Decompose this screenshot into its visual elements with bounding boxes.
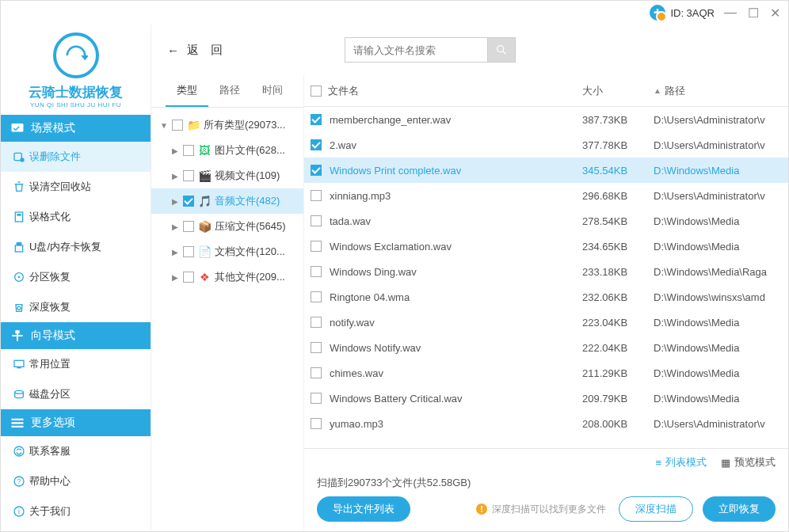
file-checkbox[interactable]	[311, 393, 322, 404]
deep-scan-button[interactable]: 深度扫描	[619, 496, 693, 522]
arrow-left-icon: ←	[167, 44, 179, 57]
tree-checkbox[interactable]	[183, 221, 194, 232]
sidebar-item-label: 误清空回收站	[29, 180, 91, 194]
sidebar-item[interactable]: U盘/内存卡恢复	[1, 232, 151, 262]
expand-icon[interactable]: ▶	[170, 248, 180, 256]
expand-icon[interactable]: ▶	[170, 273, 180, 282]
expand-icon[interactable]: ▶	[170, 172, 180, 180]
sidebar-item-icon	[12, 444, 26, 458]
minimize-button[interactable]: —	[724, 6, 737, 21]
col-path[interactable]: 路径	[665, 84, 685, 98]
expand-icon[interactable]: ▶	[170, 146, 180, 155]
sidebar-item[interactable]: i关于我们	[1, 496, 151, 526]
file-path: D:\Windows\Media	[654, 241, 788, 253]
file-row[interactable]: xinniang.mp3296.68KBD:\Users\Administrat…	[304, 183, 788, 208]
file-row[interactable]: 2.wav377.78KBD:\Users\Administrator\v	[304, 132, 788, 158]
recover-button[interactable]: 立即恢复	[703, 496, 776, 522]
tree-checkbox[interactable]	[172, 120, 183, 131]
sidebar-item[interactable]: 磁盘分区	[1, 379, 151, 409]
sidebar-item-label: 关于我们	[29, 504, 71, 519]
file-row[interactable]: notify.wav223.04KBD:\Windows\Media	[304, 310, 788, 335]
sidebar-item[interactable]: 误清空回收站	[1, 172, 151, 202]
tree-checkbox[interactable]	[183, 196, 194, 207]
scan-summary: 扫描到290733个文件(共52.58GB)	[317, 476, 776, 490]
file-row[interactable]: yumao.mp3208.00KBD:\Users\Administrator\…	[304, 411, 788, 436]
file-checkbox[interactable]	[311, 190, 322, 201]
svg-point-23	[497, 46, 504, 52]
tree-checkbox[interactable]	[183, 145, 194, 156]
file-path: D:\Users\Administrator\v	[654, 418, 788, 430]
file-row[interactable]: chimes.wav211.29KBD:\Windows\Media	[304, 360, 788, 386]
file-row[interactable]: tada.wav278.54KBD:\Windows\Media	[304, 208, 788, 234]
file-checkbox[interactable]	[311, 139, 322, 150]
svg-point-13	[15, 390, 24, 393]
sidebar-item[interactable]: 分区恢复	[1, 262, 151, 292]
maximize-button[interactable]: ☐	[748, 6, 759, 21]
file-checkbox[interactable]	[311, 317, 322, 328]
tree-label: 视频文件(109)	[215, 169, 280, 183]
expand-icon[interactable]: ▶	[170, 197, 180, 206]
tree-tab[interactable]: 类型	[166, 75, 208, 107]
tree-checkbox[interactable]	[183, 170, 194, 181]
sidebar-item[interactable]: 深度恢复	[1, 292, 151, 322]
expand-icon[interactable]: ▶	[170, 222, 180, 231]
file-path: D:\Windows\Media	[654, 215, 788, 227]
col-filename[interactable]: 文件名	[328, 84, 359, 98]
svg-line-24	[503, 51, 505, 54]
logo-title: 云骑士数据恢复	[1, 83, 151, 101]
search-button[interactable]	[487, 37, 516, 63]
close-button[interactable]: ✕	[770, 6, 780, 21]
select-all-checkbox[interactable]	[311, 86, 322, 97]
tree-label: 所有类型(29073...	[204, 118, 285, 132]
sidebar-item[interactable]: ?帮助中心	[1, 466, 151, 496]
file-row[interactable]: Windows Ding.wav233.18KBD:\Windows\Media…	[304, 259, 788, 284]
tree-tab[interactable]: 路径	[208, 75, 251, 107]
expand-icon[interactable]: ▼	[159, 121, 169, 130]
file-row[interactable]: memberchange_enter.wav387.73KBD:\Users\A…	[304, 107, 788, 132]
file-row[interactable]: Windows Notify.wav222.04KBD:\Windows\Med…	[304, 335, 788, 360]
file-row[interactable]: Windows Battery Critical.wav209.79KBD:\W…	[304, 386, 788, 411]
tree-row[interactable]: ▶❖其他文件(209...	[151, 264, 303, 290]
file-checkbox[interactable]	[311, 291, 322, 302]
tree-row[interactable]: ▼📁所有类型(29073...	[151, 112, 303, 138]
tree-row[interactable]: ▶🎵音频文件(482)	[151, 188, 303, 214]
export-list-button[interactable]: 导出文件列表	[317, 496, 410, 522]
tree-checkbox[interactable]	[183, 272, 194, 283]
filetype-icon: 🎬	[197, 169, 212, 183]
file-name: Windows Ding.wav	[330, 266, 417, 278]
file-checkbox[interactable]	[311, 418, 322, 429]
tree-label: 其他文件(209...	[215, 270, 285, 284]
preview-view-toggle[interactable]: ▦ 预览模式	[721, 455, 776, 469]
sidebar-item[interactable]: 误格式化	[1, 202, 151, 232]
tree-row[interactable]: ▶🖼图片文件(628...	[151, 138, 303, 163]
tree-row[interactable]: ▶📄文档文件(120...	[151, 239, 303, 264]
file-checkbox[interactable]	[311, 367, 322, 378]
search-input[interactable]	[345, 37, 487, 63]
sidebar-item-icon	[12, 270, 26, 284]
grid-icon: ▦	[721, 457, 730, 469]
file-checkbox[interactable]	[311, 114, 322, 125]
tree-tab[interactable]: 时间	[251, 75, 294, 107]
svg-rect-15	[12, 422, 24, 424]
sidebar-item[interactable]: 常用位置	[1, 349, 151, 379]
tree-checkbox[interactable]	[183, 246, 194, 257]
file-row[interactable]: Ringtone 04.wma232.06KBD:\Windows\winsxs…	[304, 284, 788, 310]
file-checkbox[interactable]	[311, 215, 322, 226]
file-list-header: 文件名 大小 ▲ 路径	[304, 75, 788, 107]
col-size[interactable]: 大小	[582, 84, 654, 98]
file-checkbox[interactable]	[311, 241, 322, 252]
sidebar-item[interactable]: 导入工程	[1, 526, 151, 532]
sidebar-item[interactable]: 联系客服	[1, 436, 151, 466]
file-checkbox[interactable]	[311, 165, 322, 176]
file-row[interactable]: Windows Exclamation.wav234.65KBD:\Window…	[304, 234, 788, 259]
tree-row[interactable]: ▶📦压缩文件(5645)	[151, 214, 303, 239]
file-checkbox[interactable]	[311, 266, 322, 277]
list-view-toggle[interactable]: ≡ 列表模式	[655, 455, 707, 469]
file-list-panel: 文件名 大小 ▲ 路径 memberchange_enter.wav387.73…	[303, 75, 788, 531]
back-button[interactable]: ← 返 回	[167, 43, 223, 58]
tree-row[interactable]: ▶🎬视频文件(109)	[151, 163, 303, 188]
file-path: D:\Windows\winsxs\amd	[654, 291, 788, 303]
file-row[interactable]: Windows Print complete.wav345.54KBD:\Win…	[304, 158, 788, 183]
file-checkbox[interactable]	[311, 342, 322, 353]
sidebar-item[interactable]: 误删除文件	[1, 142, 151, 172]
